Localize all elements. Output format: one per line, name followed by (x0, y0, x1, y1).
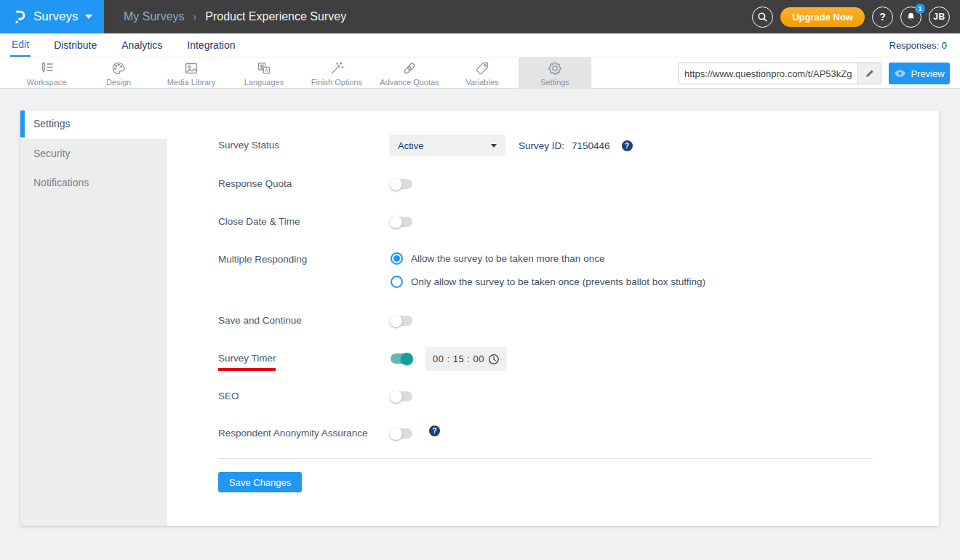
avatar-initials: JB (933, 12, 945, 22)
survey-timer-duration-field[interactable]: 00 : 15 : 00 (425, 347, 507, 371)
clock-icon (488, 353, 500, 365)
survey-nav-tabs: Edit Distribute Analytics Integration Re… (0, 33, 960, 57)
pencil-icon (865, 68, 875, 79)
toolbar-label: Languages (244, 78, 284, 87)
header-actions: Upgrade Now ? 1 JB (752, 0, 950, 33)
toolbar-label: Variables (465, 78, 498, 87)
svg-text:A: A (265, 68, 268, 73)
toolbar-item-variables[interactable]: Variables (446, 57, 519, 89)
survey-url-input[interactable] (679, 63, 857, 84)
notification-count-badge: 1 (915, 4, 925, 14)
survey-id-value: 7150446 (572, 140, 610, 151)
seo-label: SEO (218, 391, 239, 401)
breadcrumb: My Surveys › Product Experience Survey (124, 0, 346, 33)
form-divider (218, 458, 873, 459)
radio-option-label: Allow the survey to be taken more than o… (411, 253, 604, 264)
bell-icon (905, 11, 916, 23)
settings-card: Settings Security Notifications Survey S… (20, 111, 939, 526)
chevron-down-icon (491, 144, 497, 148)
survey-timer-annotation-underline (218, 368, 276, 371)
wand-icon (328, 60, 345, 77)
respondent-anonymity-help-icon[interactable]: ? (429, 425, 440, 436)
workspace-icon (38, 60, 55, 77)
radio-unselected-icon (391, 276, 403, 288)
eye-icon (894, 69, 906, 78)
product-switcher[interactable]: Surveys (0, 0, 104, 33)
image-icon (183, 60, 200, 77)
tag-icon (473, 60, 491, 77)
tab-distribute[interactable]: Distribute (52, 33, 98, 57)
toolbar-item-media-library[interactable]: Media Library (155, 57, 228, 89)
edit-toolbar: Workspace Design Media Library A Languag… (0, 57, 960, 89)
survey-url-group (678, 63, 881, 84)
survey-timer-value: 00 : 15 : 00 (433, 353, 484, 364)
survey-timer-toggle[interactable] (391, 353, 412, 364)
survey-id-help-icon[interactable]: ? (622, 140, 633, 151)
toolbar-label: Settings (540, 78, 569, 87)
save-changes-button[interactable]: Save Changes (218, 472, 302, 492)
respondent-anonymity-label: Respondent Anonymity Assurance (218, 428, 368, 439)
search-button[interactable] (752, 7, 773, 28)
seo-toggle[interactable] (391, 391, 412, 401)
app-root: Surveys My Surveys › Product Experience … (0, 0, 960, 560)
sidebar-item-settings[interactable]: Settings (20, 111, 167, 137)
toolbar-label: Workspace (27, 78, 67, 87)
survey-status-dropdown[interactable]: Active (389, 135, 505, 156)
toolbar-item-languages[interactable]: A Languages (228, 57, 300, 89)
question-mark-icon: ? (879, 11, 886, 23)
questionpro-logo-icon (12, 8, 28, 25)
help-button[interactable]: ? (872, 7, 893, 28)
toolbar-label: Media Library (167, 78, 216, 87)
breadcrumb-current-survey: Product Experience Survey (205, 10, 346, 23)
toolbar-item-settings[interactable]: Settings (519, 57, 591, 89)
toolbar-item-advance-quotas[interactable]: Advance Quotas (373, 57, 446, 89)
respondent-anonymity-toggle[interactable] (391, 428, 412, 439)
app-header: Surveys My Surveys › Product Experience … (0, 0, 960, 33)
sidebar-item-security[interactable]: Security (20, 139, 167, 168)
tab-edit[interactable]: Edit (10, 33, 31, 57)
response-quota-toggle[interactable] (391, 179, 412, 189)
tab-analytics[interactable]: Analytics (120, 33, 164, 57)
translate-icon: A (255, 60, 273, 77)
chevron-down-icon (85, 15, 92, 19)
breadcrumb-separator: › (193, 11, 197, 23)
sidebar-background: Security Notifications (20, 139, 167, 526)
toggle-knob (390, 216, 402, 228)
palette-icon (110, 60, 127, 77)
toolbar-item-workspace[interactable]: Workspace (10, 57, 83, 89)
preview-button[interactable]: Preview (889, 63, 950, 84)
product-name: Surveys (33, 9, 78, 24)
multiple-responding-option-2[interactable]: Only allow the survey to be taken once (… (391, 276, 705, 288)
notifications-button[interactable]: 1 (900, 7, 921, 28)
survey-status-value: Active (398, 140, 423, 151)
multiple-responding-label: Multiple Responding (218, 254, 307, 265)
user-avatar[interactable]: JB (929, 7, 950, 28)
search-icon (757, 12, 768, 23)
toggle-knob (390, 428, 402, 440)
multiple-responding-option-1[interactable]: Allow the survey to be taken more than o… (391, 252, 604, 265)
toggle-knob (401, 353, 413, 365)
survey-status-row: Active Survey ID: 7150446 ? (389, 135, 633, 156)
toolbar-item-design[interactable]: Design (82, 57, 155, 89)
close-date-time-toggle[interactable] (391, 217, 412, 227)
gear-icon (546, 60, 564, 77)
toolbar-label: Finish Options (311, 78, 362, 87)
tab-integration[interactable]: Integration (185, 33, 236, 57)
survey-timer-label: Survey Timer (218, 353, 276, 364)
save-and-continue-toggle[interactable] (391, 316, 412, 326)
toggle-knob (390, 391, 402, 403)
sidebar-item-notifications[interactable]: Notifications (20, 168, 167, 197)
breadcrumb-my-surveys[interactable]: My Surveys (124, 10, 185, 23)
close-date-time-label: Close Date & Time (218, 216, 300, 227)
upgrade-now-button[interactable]: Upgrade Now (780, 7, 865, 27)
radio-option-label: Only allow the survey to be taken once (… (411, 276, 705, 287)
toolbar-label: Advance Quotas (380, 78, 439, 87)
link-icon (401, 60, 418, 77)
settings-sidebar: Settings Security Notifications (20, 111, 167, 526)
response-quota-label: Response Quota (218, 178, 292, 189)
toggle-knob (390, 315, 402, 327)
edit-url-button[interactable] (857, 63, 881, 84)
radio-selected-icon (391, 252, 403, 265)
toolbar-item-finish-options[interactable]: Finish Options (300, 57, 373, 89)
toggle-knob (390, 178, 402, 191)
